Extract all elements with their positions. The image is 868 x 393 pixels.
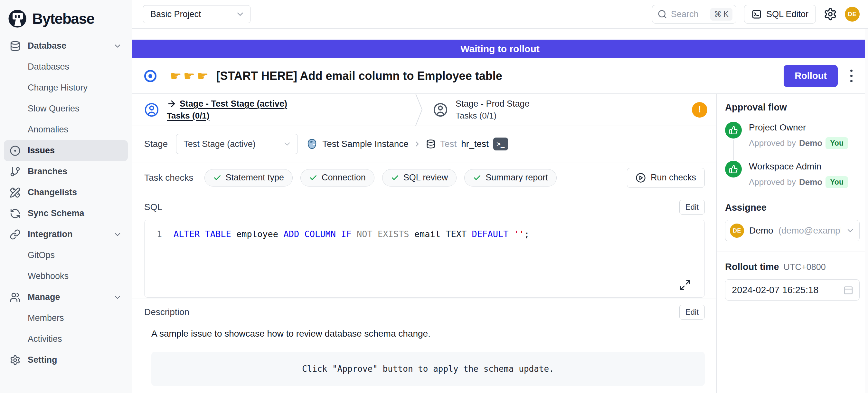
sidebar-item-setting[interactable]: Setting xyxy=(4,350,128,370)
sidebar-item-change-history[interactable]: Change History xyxy=(4,77,128,98)
sql-token: ALTER TABLE xyxy=(174,229,231,239)
approval-steps: Project Owner Approved by Demo You xyxy=(725,122,860,200)
sql-editor-readonly[interactable]: 1ALTER TABLE employee ADD COLUMN IF NOT … xyxy=(144,220,705,298)
sql-token: DEFAULT xyxy=(472,229,509,239)
approval-flow-title: Approval flow xyxy=(725,102,860,113)
sql-token xyxy=(351,229,357,239)
check-pill-statement-type[interactable]: Statement type xyxy=(205,169,293,186)
task-checks-label: Task checks xyxy=(144,173,193,183)
stage-tab-test[interactable]: Stage - Test Stage (active) Tasks (0/1) xyxy=(132,94,415,126)
check-pill-label: Summary report xyxy=(486,173,548,183)
sidebar-item-sync-schema[interactable]: Sync Schema xyxy=(4,203,128,224)
chevron-down-icon xyxy=(113,293,122,302)
sidebar-item-label: Webhooks xyxy=(28,271,69,281)
search-box[interactable]: ⌘ K xyxy=(652,5,736,24)
thumbs-up-icon xyxy=(729,126,738,134)
assignee-select[interactable]: DE Demo (demo@example xyxy=(725,220,860,241)
approval-role: Project Owner xyxy=(749,122,848,133)
sidebar-item-branches[interactable]: Branches xyxy=(4,161,128,182)
stage-tab-prod[interactable]: Stage - Prod Stage Tasks (0/1) ! xyxy=(415,94,716,126)
rollout-time-input[interactable]: 2024-02-07 16:25:18 xyxy=(725,279,860,301)
stage-tab-tasks[interactable]: Tasks (0/1) xyxy=(167,111,287,121)
check-pill-sql-review[interactable]: SQL review xyxy=(382,169,457,186)
approval-step-workspace-admin: Workspace Admin Approved by Demo You xyxy=(725,161,860,200)
description-code-block: Click "Approve" button to apply the sche… xyxy=(151,352,705,386)
search-input[interactable] xyxy=(671,9,706,19)
rollout-time-value: 2024-02-07 16:25:18 xyxy=(732,285,818,295)
assignee-name: Demo xyxy=(749,225,773,236)
sidebar-item-manage[interactable]: Manage xyxy=(4,287,128,308)
sidebar-item-activities[interactable]: Activities xyxy=(4,329,128,350)
assignee-title: Assignee xyxy=(725,202,860,213)
sidebar-item-label: Sync Schema xyxy=(28,208,84,218)
calendar-icon xyxy=(843,285,854,295)
chevron-down-icon xyxy=(113,41,122,51)
chevron-down-icon xyxy=(283,140,292,149)
gear-icon xyxy=(10,355,21,366)
stage-tabs: Stage - Test Stage (active) Tasks (0/1) … xyxy=(132,94,716,126)
brand-logo[interactable]: Bytebase xyxy=(0,6,132,35)
sql-editor-button[interactable]: SQL Editor xyxy=(744,5,816,24)
brand-name: Bytebase xyxy=(32,10,94,27)
sql-edit-button[interactable]: Edit xyxy=(679,200,705,215)
sidebar-item-label: Branches xyxy=(28,167,67,177)
description-edit-button[interactable]: Edit xyxy=(679,305,705,320)
instance-name[interactable]: Test Sample Instance xyxy=(322,139,409,149)
sidebar-item-integration[interactable]: Integration xyxy=(4,224,128,245)
sql-token: employee xyxy=(231,229,284,239)
sidebar-item-label: Change History xyxy=(28,83,88,93)
sidebar-item-slow-queries[interactable]: Slow Queries xyxy=(4,98,128,119)
task-checks-row: Task checks Statement type Connection xyxy=(132,162,716,193)
status-banner-text: Waiting to rollout xyxy=(460,43,539,55)
terminal-icon xyxy=(751,9,762,19)
assignee-avatar: DE xyxy=(730,223,744,238)
sidebar-item-webhooks[interactable]: Webhooks xyxy=(4,266,128,287)
environment-name: Test xyxy=(440,139,457,149)
check-pill-label: SQL review xyxy=(403,173,448,183)
expand-icon[interactable] xyxy=(679,279,691,291)
topbar-actions: ⌘ K SQL Editor DE xyxy=(652,5,860,24)
stage-tab-tasks: Tasks (0/1) xyxy=(456,111,530,121)
sidebar-item-label: Changelists xyxy=(28,187,77,198)
you-badge: You xyxy=(826,176,848,188)
sidebar-item-changelists[interactable]: Changelists xyxy=(4,182,128,203)
stage-user-icon xyxy=(144,102,159,117)
project-selector[interactable]: Basic Project xyxy=(143,5,250,23)
sidebar-item-databases[interactable]: Databases xyxy=(4,56,128,77)
approval-step-project-owner: Project Owner Approved by Demo You xyxy=(725,122,860,161)
sidebar-item-issues[interactable]: Issues xyxy=(4,140,128,161)
sidebar-item-members[interactable]: Members xyxy=(4,308,128,329)
check-pill-connection[interactable]: Connection xyxy=(300,169,374,186)
sidebar-item-database[interactable]: Database xyxy=(4,35,128,56)
assignee-email: (demo@example xyxy=(778,225,841,236)
task-check-pills: Statement type Connection SQL review xyxy=(205,169,557,186)
stage-warning-badge: ! xyxy=(692,102,707,118)
postgresql-icon xyxy=(306,138,318,150)
user-avatar[interactable]: DE xyxy=(845,7,860,22)
sql-console-icon[interactable]: >_ xyxy=(493,138,508,150)
approval-role: Workspace Admin xyxy=(749,161,848,172)
check-pill-summary-report[interactable]: Summary report xyxy=(464,169,557,186)
kebab-menu-icon[interactable] xyxy=(845,68,858,84)
rollout-button[interactable]: Rollout xyxy=(784,65,838,87)
rollout-time-header: Rollout time UTC+0800 xyxy=(725,262,860,272)
database-name[interactable]: hr_test xyxy=(461,139,489,149)
issue-sidebar-panel: Approval flow Project Owner Approved by … xyxy=(716,94,868,393)
stage-select[interactable]: Test Stage (active) xyxy=(176,134,298,154)
sidebar: Bytebase Database Databases Change Histo… xyxy=(0,0,132,393)
sidebar-item-anomalies[interactable]: Anomalies xyxy=(4,119,128,140)
sidebar-item-label: Members xyxy=(28,313,64,323)
scrollbar-track[interactable] xyxy=(865,29,868,393)
sync-icon xyxy=(10,208,21,219)
settings-gear-icon[interactable] xyxy=(824,7,837,21)
stage-tab-name[interactable]: Stage - Test Stage (active) xyxy=(180,99,287,109)
check-icon xyxy=(213,174,221,182)
bytebase-app: Bytebase Database Databases Change Histo… xyxy=(0,0,868,393)
rollout-time-label: Rollout time xyxy=(725,262,779,272)
description-section: Description Edit A sample issue to showc… xyxy=(132,299,716,386)
sql-token: ; xyxy=(524,229,529,239)
run-checks-button[interactable]: Run checks xyxy=(627,168,705,188)
sidebar-item-gitops[interactable]: GitOps xyxy=(4,245,128,266)
sql-editor-label: SQL Editor xyxy=(766,9,808,19)
chevron-down-icon xyxy=(235,9,245,19)
